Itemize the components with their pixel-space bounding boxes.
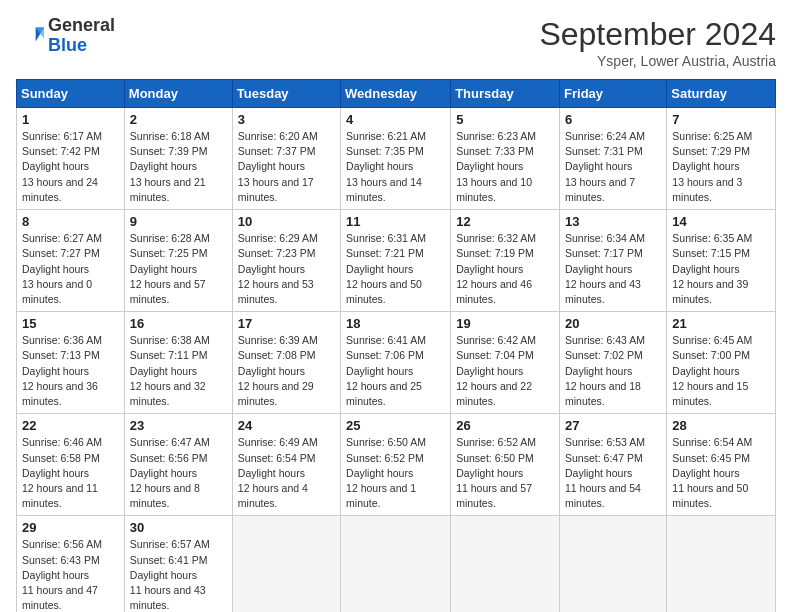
day-info: Sunrise: 6:46 AMSunset: 6:58 PMDaylight … <box>22 435 119 511</box>
day-number: 12 <box>456 214 554 229</box>
calendar-week-row: 1Sunrise: 6:17 AMSunset: 7:42 PMDaylight… <box>17 108 776 210</box>
day-number: 2 <box>130 112 227 127</box>
calendar-day-cell: 30Sunrise: 6:57 AMSunset: 6:41 PMDayligh… <box>124 516 232 612</box>
day-number: 28 <box>672 418 770 433</box>
day-info: Sunrise: 6:43 AMSunset: 7:02 PMDaylight … <box>565 333 661 409</box>
day-info: Sunrise: 6:52 AMSunset: 6:50 PMDaylight … <box>456 435 554 511</box>
calendar-day-cell: 7Sunrise: 6:25 AMSunset: 7:29 PMDaylight… <box>667 108 776 210</box>
calendar-day-cell: 19Sunrise: 6:42 AMSunset: 7:04 PMDayligh… <box>451 312 560 414</box>
calendar-day-cell: 18Sunrise: 6:41 AMSunset: 7:06 PMDayligh… <box>341 312 451 414</box>
day-number: 4 <box>346 112 445 127</box>
day-number: 11 <box>346 214 445 229</box>
day-number: 20 <box>565 316 661 331</box>
day-info: Sunrise: 6:34 AMSunset: 7:17 PMDaylight … <box>565 231 661 307</box>
calendar-week-row: 29Sunrise: 6:56 AMSunset: 6:43 PMDayligh… <box>17 516 776 612</box>
day-number: 7 <box>672 112 770 127</box>
calendar-day-cell: 22Sunrise: 6:46 AMSunset: 6:58 PMDayligh… <box>17 414 125 516</box>
calendar-day-cell: 26Sunrise: 6:52 AMSunset: 6:50 PMDayligh… <box>451 414 560 516</box>
day-info: Sunrise: 6:17 AMSunset: 7:42 PMDaylight … <box>22 129 119 205</box>
calendar-body: 1Sunrise: 6:17 AMSunset: 7:42 PMDaylight… <box>17 108 776 613</box>
header-sunday: Sunday <box>17 80 125 108</box>
day-info: Sunrise: 6:25 AMSunset: 7:29 PMDaylight … <box>672 129 770 205</box>
day-info: Sunrise: 6:23 AMSunset: 7:33 PMDaylight … <box>456 129 554 205</box>
header-wednesday: Wednesday <box>341 80 451 108</box>
header-saturday: Saturday <box>667 80 776 108</box>
day-info: Sunrise: 6:53 AMSunset: 6:47 PMDaylight … <box>565 435 661 511</box>
calendar-day-cell: 29Sunrise: 6:56 AMSunset: 6:43 PMDayligh… <box>17 516 125 612</box>
day-info: Sunrise: 6:54 AMSunset: 6:45 PMDaylight … <box>672 435 770 511</box>
calendar-day-cell: 23Sunrise: 6:47 AMSunset: 6:56 PMDayligh… <box>124 414 232 516</box>
day-number: 25 <box>346 418 445 433</box>
weekday-header-row: Sunday Monday Tuesday Wednesday Thursday… <box>17 80 776 108</box>
day-number: 17 <box>238 316 335 331</box>
day-info: Sunrise: 6:18 AMSunset: 7:39 PMDaylight … <box>130 129 227 205</box>
day-info: Sunrise: 6:24 AMSunset: 7:31 PMDaylight … <box>565 129 661 205</box>
day-info: Sunrise: 6:32 AMSunset: 7:19 PMDaylight … <box>456 231 554 307</box>
header-friday: Friday <box>560 80 667 108</box>
logo-icon <box>16 22 44 50</box>
logo-general-text: General <box>48 15 115 35</box>
calendar-day-cell: 5Sunrise: 6:23 AMSunset: 7:33 PMDaylight… <box>451 108 560 210</box>
calendar-day-cell: 13Sunrise: 6:34 AMSunset: 7:17 PMDayligh… <box>560 210 667 312</box>
calendar-day-cell: 16Sunrise: 6:38 AMSunset: 7:11 PMDayligh… <box>124 312 232 414</box>
calendar-day-cell <box>451 516 560 612</box>
day-number: 3 <box>238 112 335 127</box>
day-info: Sunrise: 6:38 AMSunset: 7:11 PMDaylight … <box>130 333 227 409</box>
day-number: 16 <box>130 316 227 331</box>
calendar-day-cell: 9Sunrise: 6:28 AMSunset: 7:25 PMDaylight… <box>124 210 232 312</box>
day-number: 13 <box>565 214 661 229</box>
calendar-day-cell: 25Sunrise: 6:50 AMSunset: 6:52 PMDayligh… <box>341 414 451 516</box>
calendar-week-row: 8Sunrise: 6:27 AMSunset: 7:27 PMDaylight… <box>17 210 776 312</box>
header-tuesday: Tuesday <box>232 80 340 108</box>
calendar-table: Sunday Monday Tuesday Wednesday Thursday… <box>16 79 776 612</box>
calendar-day-cell: 15Sunrise: 6:36 AMSunset: 7:13 PMDayligh… <box>17 312 125 414</box>
calendar-day-cell <box>667 516 776 612</box>
day-info: Sunrise: 6:49 AMSunset: 6:54 PMDaylight … <box>238 435 335 511</box>
calendar-day-cell: 8Sunrise: 6:27 AMSunset: 7:27 PMDaylight… <box>17 210 125 312</box>
day-number: 30 <box>130 520 227 535</box>
header-monday: Monday <box>124 80 232 108</box>
calendar-day-cell: 12Sunrise: 6:32 AMSunset: 7:19 PMDayligh… <box>451 210 560 312</box>
logo: General Blue <box>16 16 115 56</box>
day-info: Sunrise: 6:50 AMSunset: 6:52 PMDaylight … <box>346 435 445 511</box>
calendar-day-cell: 2Sunrise: 6:18 AMSunset: 7:39 PMDaylight… <box>124 108 232 210</box>
logo-blue-text: Blue <box>48 35 87 55</box>
calendar-day-cell: 3Sunrise: 6:20 AMSunset: 7:37 PMDaylight… <box>232 108 340 210</box>
day-number: 24 <box>238 418 335 433</box>
day-info: Sunrise: 6:29 AMSunset: 7:23 PMDaylight … <box>238 231 335 307</box>
day-number: 5 <box>456 112 554 127</box>
calendar-day-cell <box>341 516 451 612</box>
calendar-day-cell: 28Sunrise: 6:54 AMSunset: 6:45 PMDayligh… <box>667 414 776 516</box>
day-info: Sunrise: 6:56 AMSunset: 6:43 PMDaylight … <box>22 537 119 612</box>
calendar-week-row: 15Sunrise: 6:36 AMSunset: 7:13 PMDayligh… <box>17 312 776 414</box>
day-number: 27 <box>565 418 661 433</box>
day-number: 29 <box>22 520 119 535</box>
day-info: Sunrise: 6:42 AMSunset: 7:04 PMDaylight … <box>456 333 554 409</box>
day-info: Sunrise: 6:35 AMSunset: 7:15 PMDaylight … <box>672 231 770 307</box>
day-info: Sunrise: 6:27 AMSunset: 7:27 PMDaylight … <box>22 231 119 307</box>
day-number: 6 <box>565 112 661 127</box>
location-subtitle: Ysper, Lower Austria, Austria <box>539 53 776 69</box>
day-info: Sunrise: 6:57 AMSunset: 6:41 PMDaylight … <box>130 537 227 612</box>
calendar-day-cell: 4Sunrise: 6:21 AMSunset: 7:35 PMDaylight… <box>341 108 451 210</box>
month-year-title: September 2024 <box>539 16 776 53</box>
calendar-day-cell: 10Sunrise: 6:29 AMSunset: 7:23 PMDayligh… <box>232 210 340 312</box>
day-number: 18 <box>346 316 445 331</box>
calendar-day-cell: 11Sunrise: 6:31 AMSunset: 7:21 PMDayligh… <box>341 210 451 312</box>
day-number: 14 <box>672 214 770 229</box>
title-block: September 2024 Ysper, Lower Austria, Aus… <box>539 16 776 69</box>
day-info: Sunrise: 6:41 AMSunset: 7:06 PMDaylight … <box>346 333 445 409</box>
day-info: Sunrise: 6:39 AMSunset: 7:08 PMDaylight … <box>238 333 335 409</box>
day-number: 21 <box>672 316 770 331</box>
calendar-day-cell: 20Sunrise: 6:43 AMSunset: 7:02 PMDayligh… <box>560 312 667 414</box>
day-number: 9 <box>130 214 227 229</box>
calendar-header: Sunday Monday Tuesday Wednesday Thursday… <box>17 80 776 108</box>
day-number: 15 <box>22 316 119 331</box>
calendar-day-cell: 27Sunrise: 6:53 AMSunset: 6:47 PMDayligh… <box>560 414 667 516</box>
day-number: 1 <box>22 112 119 127</box>
calendar-day-cell: 24Sunrise: 6:49 AMSunset: 6:54 PMDayligh… <box>232 414 340 516</box>
day-info: Sunrise: 6:21 AMSunset: 7:35 PMDaylight … <box>346 129 445 205</box>
day-number: 19 <box>456 316 554 331</box>
day-info: Sunrise: 6:20 AMSunset: 7:37 PMDaylight … <box>238 129 335 205</box>
calendar-day-cell: 14Sunrise: 6:35 AMSunset: 7:15 PMDayligh… <box>667 210 776 312</box>
